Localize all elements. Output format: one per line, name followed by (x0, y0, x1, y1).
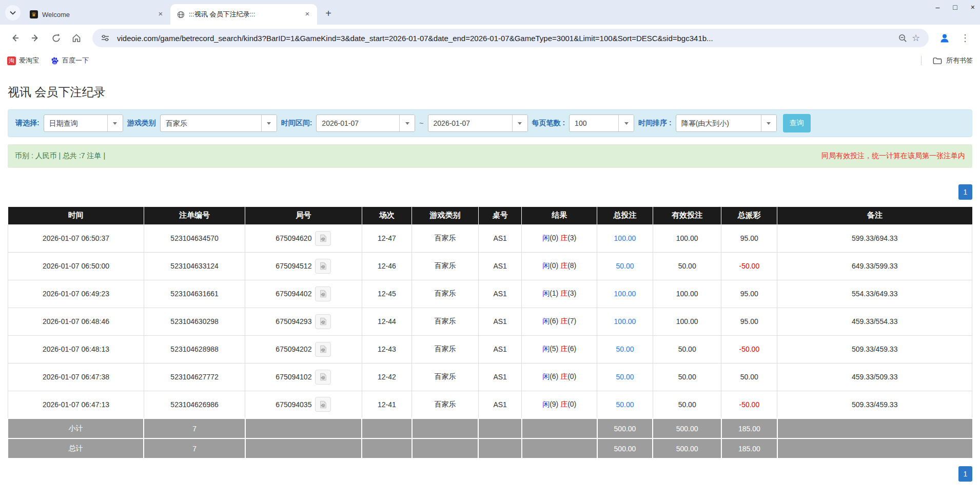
search-button[interactable]: 查询 (783, 114, 811, 132)
game-category-combobox[interactable]: 百家乐 (160, 114, 277, 132)
forward-button[interactable] (27, 29, 44, 47)
bet-no-cell: 523104633124 (144, 252, 245, 280)
query-type-combobox[interactable]: 日期查询 (44, 114, 123, 132)
total-bet-link[interactable]: 50.00 (616, 373, 634, 381)
page-size-label: 每页笔数 : (532, 119, 565, 128)
valid-bet-cell: 100.00 (653, 308, 721, 335)
video-replay-button[interactable] (315, 259, 331, 274)
column-header-table-no: 桌号 (478, 207, 522, 224)
game-category-value: 百家乐 (161, 115, 261, 131)
menu-button[interactable]: ⋮ (956, 29, 974, 47)
film-icon (319, 373, 327, 381)
all-bookmarks-label: 所有书签 (946, 56, 973, 65)
url-text[interactable]: videoie.com/game/betrecord_search/kind3?… (117, 34, 896, 43)
zoom-indicator-icon[interactable] (896, 31, 909, 45)
total-bet-link[interactable]: 100.00 (614, 234, 636, 242)
summary-row: 总计 7 500.00 500.00 185.00 (8, 438, 972, 458)
folder-icon (933, 57, 942, 65)
dropdown-arrow-icon[interactable] (761, 115, 776, 131)
home-icon (71, 33, 82, 43)
minimize-button[interactable]: – (936, 3, 940, 11)
tab-close-icon[interactable]: × (303, 10, 312, 19)
table-footer: 小计 7 500.00 500.00 185.00 总计 7 500.00 50… (8, 418, 972, 458)
tab-search-button[interactable] (5, 5, 21, 21)
result-cell: 闲(6) 庄(0) (522, 363, 597, 391)
table-no-cell: AS1 (478, 335, 522, 363)
reload-button[interactable] (47, 29, 65, 47)
back-button[interactable] (6, 29, 24, 47)
bookmark-baidu[interactable]: du 百度一下 (50, 56, 89, 65)
dropdown-arrow-icon[interactable] (512, 115, 527, 131)
bookmarks-bar: 淘 爱淘宝 du 百度一下 所有书签 (0, 51, 980, 70)
table-no-cell: AS1 (478, 308, 522, 335)
new-tab-button[interactable]: + (321, 6, 336, 21)
table-no-cell: AS1 (478, 280, 522, 308)
tab-betrecord[interactable]: :::视讯 会员下注纪录::: × (170, 4, 317, 25)
date-end-combobox[interactable]: 2026-01-07 (428, 114, 528, 132)
tab-close-icon[interactable]: × (156, 10, 165, 19)
video-replay-button[interactable] (315, 370, 331, 385)
close-window-button[interactable]: × (971, 3, 975, 11)
remark-cell: 649.33/599.33 (777, 252, 972, 280)
column-header-payout: 总派彩 (721, 207, 777, 224)
payout-cell: -50.00 (721, 335, 777, 363)
round-no-cell: 675094293 (245, 308, 362, 335)
column-header-round-no: 局号 (245, 207, 362, 224)
valid-bet-cell: 50.00 (653, 363, 721, 391)
bet-no-cell: 523104634570 (144, 224, 245, 252)
video-replay-button[interactable] (315, 231, 331, 246)
maximize-button[interactable]: □ (953, 3, 957, 11)
total-bet-link[interactable]: 100.00 (614, 290, 636, 298)
video-replay-button[interactable] (315, 342, 331, 357)
bookmark-label: 百度一下 (62, 56, 89, 65)
dropdown-arrow-icon[interactable] (399, 115, 415, 131)
valid-bet-cell: 100.00 (653, 280, 721, 308)
dropdown-arrow-icon[interactable] (618, 115, 634, 131)
all-bookmarks-button[interactable]: 所有书签 (921, 56, 973, 65)
table-row: 2026-01-07 06:50:37 523104634570 6750946… (8, 224, 972, 252)
welcome-favicon-icon: ♛ (30, 10, 38, 18)
home-button[interactable] (68, 29, 85, 47)
payout-cell: -50.00 (721, 252, 777, 280)
total-bet-link[interactable]: 50.00 (616, 345, 634, 353)
summary-payout-cell: 185.00 (721, 418, 777, 438)
column-header-game-type: 游戏类别 (412, 207, 479, 224)
total-bet-link[interactable]: 100.00 (614, 317, 636, 326)
time-cell: 2026-01-07 06:50:00 (8, 252, 144, 280)
session-cell: 12-45 (362, 280, 412, 308)
total-bet-link[interactable]: 50.00 (616, 400, 634, 409)
bookmark-star-icon[interactable]: ☆ (909, 31, 923, 45)
page-1-button[interactable]: 1 (958, 466, 972, 482)
sort-order-combobox[interactable]: 降幂(由大到小) (676, 114, 777, 132)
address-bar[interactable]: videoie.com/game/betrecord_search/kind3?… (92, 29, 929, 47)
bookmark-taobao[interactable]: 淘 爱淘宝 (7, 56, 39, 65)
dropdown-arrow-icon[interactable] (107, 115, 123, 131)
reload-icon (51, 33, 61, 43)
date-end-value: 2026-01-07 (428, 115, 512, 131)
bet-no-cell: 523104631661 (144, 280, 245, 308)
game-type-cell: 百家乐 (412, 363, 479, 391)
video-replay-button[interactable] (315, 314, 331, 329)
bookmark-label: 爱淘宝 (19, 56, 39, 65)
page-1-button[interactable]: 1 (958, 184, 972, 200)
round-no-cell: 675094202 (245, 335, 362, 363)
session-cell: 12-47 (362, 224, 412, 252)
date-start-combobox[interactable]: 2026-01-07 (316, 114, 415, 132)
time-cell: 2026-01-07 06:50:37 (8, 224, 144, 252)
video-replay-button[interactable] (315, 397, 331, 412)
valid-bet-cell: 100.00 (653, 224, 721, 252)
round-no-cell: 675094620 (245, 224, 362, 252)
column-header-result: 结果 (522, 207, 597, 224)
site-info-icon[interactable] (99, 31, 112, 45)
profile-button[interactable] (936, 29, 953, 47)
result-cell: 闲(0) 庄(3) (522, 224, 597, 252)
tab-welcome[interactable]: ♛ Welcome × (24, 4, 170, 25)
payout-cell: 95.00 (721, 280, 777, 308)
range-separator: ~ (419, 119, 423, 127)
session-cell: 12-42 (362, 363, 412, 391)
dropdown-arrow-icon[interactable] (261, 115, 277, 131)
video-replay-button[interactable] (315, 286, 331, 301)
total-bet-link[interactable]: 50.00 (616, 262, 634, 270)
page-size-combobox[interactable]: 100 (569, 114, 634, 132)
svg-text:du: du (53, 61, 56, 64)
